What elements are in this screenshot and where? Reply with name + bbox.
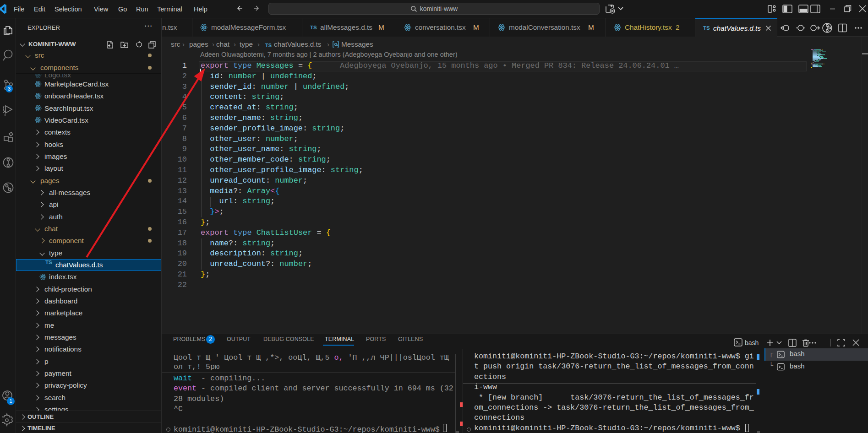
svg-text:bash: bash [745, 339, 759, 346]
